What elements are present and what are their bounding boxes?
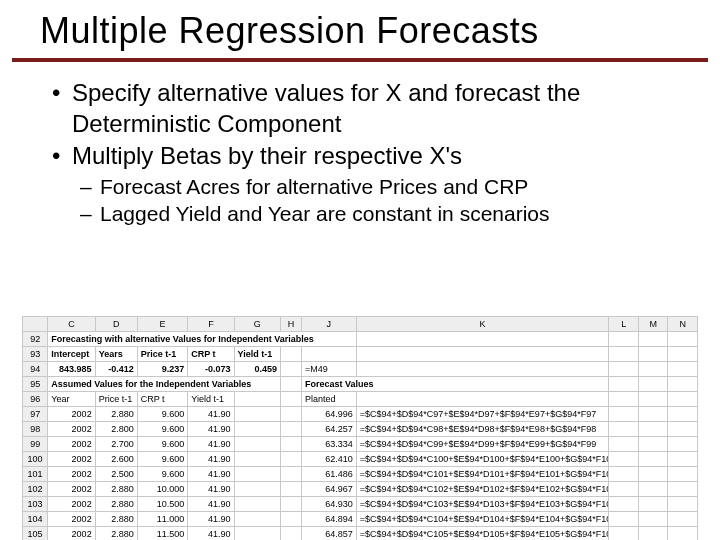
cell: [234, 497, 280, 512]
cell: [609, 452, 638, 467]
col-header: N: [668, 317, 698, 332]
spreadsheet-embed: CDEFGHJKLMN 92Forecasting with alternati…: [22, 316, 698, 540]
cell: 2002: [48, 437, 95, 452]
table-row: 10120022.5009.60041.9061.486=$C$94+$D$94…: [23, 467, 698, 482]
cell: 2002: [48, 497, 95, 512]
cell: [638, 482, 667, 497]
bullet-dot-icon: •: [52, 141, 72, 172]
cell: [280, 467, 301, 482]
cell: [234, 422, 280, 437]
sub-bullet-2: – Lagged Yield and Year are constant in …: [80, 201, 690, 228]
spreadsheet-table: CDEFGHJKLMN 92Forecasting with alternati…: [22, 316, 698, 540]
sub-bullet-1: – Forecast Acres for alternative Prices …: [80, 174, 690, 201]
cell: [668, 377, 698, 392]
cell: 41.90: [188, 467, 234, 482]
cell: [356, 332, 609, 347]
cell: [280, 527, 301, 541]
table-row: 9820022.8009.60041.9064.257=$C$94+$D$94*…: [23, 422, 698, 437]
cell: [668, 467, 698, 482]
cell: -0.073: [188, 362, 234, 377]
row-number: 105: [23, 527, 48, 541]
table-row: 93InterceptYearsPrice t-1CRP tYield t-1: [23, 347, 698, 362]
cell: [668, 452, 698, 467]
cell: 9.600: [137, 437, 188, 452]
cell: [609, 437, 638, 452]
table-row: 96YearPrice t-1CRP tYield t-1Planted: [23, 392, 698, 407]
cell: [638, 467, 667, 482]
cell: 41.90: [188, 437, 234, 452]
row-number: 93: [23, 347, 48, 362]
cell: 9.237: [137, 362, 188, 377]
cell: [280, 482, 301, 497]
title-block: Multiple Regression Forecasts: [0, 0, 720, 52]
table-row: 10020022.6009.60041.9062.410=$C$94+$D$94…: [23, 452, 698, 467]
row-number: 104: [23, 512, 48, 527]
cell: =$C$94+$D$94*C102+$E$94*D102+$F$94*E102+…: [356, 482, 609, 497]
cell: 41.90: [188, 527, 234, 541]
slide: Multiple Regression Forecasts • Specify …: [0, 0, 720, 540]
slide-title: Multiple Regression Forecasts: [40, 10, 692, 52]
row-number: 102: [23, 482, 48, 497]
cell: 9.600: [137, 467, 188, 482]
row-header-corner: [23, 317, 48, 332]
bullet-1-text: Specify alternative values for X and for…: [72, 78, 690, 139]
cell: [638, 422, 667, 437]
cell: 2.600: [95, 452, 137, 467]
cell: 62.410: [301, 452, 356, 467]
row-number: 95: [23, 377, 48, 392]
cell: [668, 362, 698, 377]
cell: [234, 407, 280, 422]
table-row: 9720022.8809.60041.9064.996=$C$94+$D$94*…: [23, 407, 698, 422]
cell: 9.600: [137, 407, 188, 422]
table-row: 10320022.88010.50041.9064.930=$C$94+$D$9…: [23, 497, 698, 512]
table-body: 92Forecasting with alternative Values fo…: [23, 332, 698, 541]
cell: 2002: [48, 407, 95, 422]
sub-bullets: – Forecast Acres for alternative Prices …: [52, 174, 690, 228]
cell: [668, 407, 698, 422]
cell: 41.90: [188, 482, 234, 497]
cell: [280, 437, 301, 452]
cell: Yield t-1: [188, 392, 234, 407]
cell: [668, 527, 698, 541]
cell: [609, 407, 638, 422]
col-header: K: [356, 317, 609, 332]
col-header: F: [188, 317, 234, 332]
sub-bullet-1-text: Forecast Acres for alternative Prices an…: [100, 174, 528, 201]
cell: [638, 452, 667, 467]
cell: 64.996: [301, 407, 356, 422]
cell: 2002: [48, 512, 95, 527]
cell: =$C$94+$D$94*C100+$E$94*D100+$F$94*E100+…: [356, 452, 609, 467]
row-number: 99: [23, 437, 48, 452]
cell: [638, 497, 667, 512]
cell: [638, 527, 667, 541]
bullet-2: • Multiply Betas by their respective X's: [52, 141, 690, 172]
cell: 64.894: [301, 512, 356, 527]
cell: [234, 392, 280, 407]
cell: 11.500: [137, 527, 188, 541]
cell: =$C$94+$D$94*C98+$E$94*D98+$F$94*E98+$G$…: [356, 422, 609, 437]
table-row: 92Forecasting with alternative Values fo…: [23, 332, 698, 347]
cell: [280, 377, 301, 392]
cell: [668, 332, 698, 347]
dash-icon: –: [80, 201, 100, 228]
cell: 41.90: [188, 407, 234, 422]
cell: =$C$94+$D$94*C99+$E$94*D99+$F$94*E99+$G$…: [356, 437, 609, 452]
cell: CRP t: [137, 392, 188, 407]
cell: 2002: [48, 452, 95, 467]
cell: 2.700: [95, 437, 137, 452]
cell: 41.90: [188, 512, 234, 527]
cell: 64.257: [301, 422, 356, 437]
cell: =M49: [301, 362, 356, 377]
row-number: 100: [23, 452, 48, 467]
cell: 61.486: [301, 467, 356, 482]
cell: [609, 422, 638, 437]
cell: [609, 512, 638, 527]
cell: [280, 422, 301, 437]
table-row: 10420022.88011.00041.9064.894=$C$94+$D$9…: [23, 512, 698, 527]
col-header: L: [609, 317, 638, 332]
cell: -0.412: [95, 362, 137, 377]
row-number: 103: [23, 497, 48, 512]
cell: 2.880: [95, 482, 137, 497]
cell: [609, 392, 638, 407]
cell: 10.500: [137, 497, 188, 512]
